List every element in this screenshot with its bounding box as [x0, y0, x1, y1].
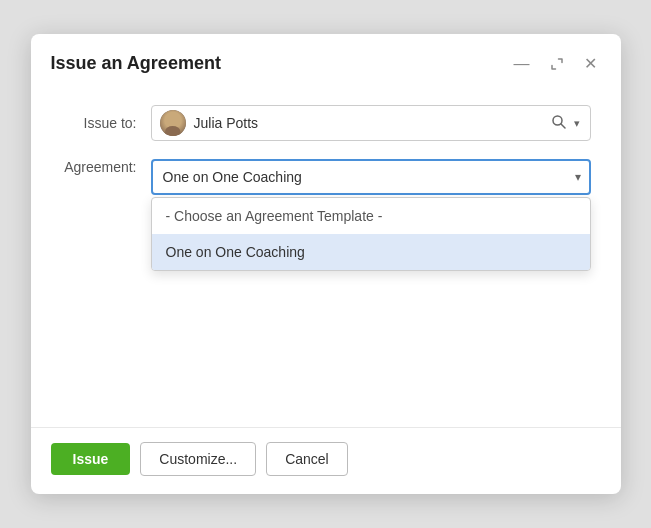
issue-to-dropdown-button[interactable]: ▾ — [572, 117, 582, 130]
search-button[interactable] — [549, 114, 568, 132]
dialog-footer: Issue Customize... Cancel — [31, 427, 621, 494]
expand-button[interactable] — [546, 55, 568, 73]
minimize-icon: — — [514, 55, 530, 73]
issue-button[interactable]: Issue — [51, 443, 131, 475]
minimize-button[interactable]: — — [510, 53, 534, 75]
caret-down-icon: ▾ — [574, 117, 580, 129]
dialog-title: Issue an Agreement — [51, 53, 221, 74]
avatar — [160, 110, 186, 136]
header-actions: — ✕ — [510, 52, 601, 75]
user-name: Julia Potts — [194, 115, 541, 131]
issue-to-field: Julia Potts ▾ — [151, 105, 591, 141]
agreement-select-wrapper: - Choose an Agreement Template - One on … — [151, 159, 591, 195]
issue-agreement-dialog: Issue an Agreement — ✕ Issue to: — [31, 34, 621, 494]
field-actions: ▾ — [549, 114, 582, 132]
dropdown-item-placeholder[interactable]: - Choose an Agreement Template - — [152, 198, 590, 234]
agreement-select[interactable]: - Choose an Agreement Template - One on … — [151, 159, 591, 195]
svg-line-1 — [561, 124, 565, 128]
issue-to-label: Issue to: — [61, 115, 151, 131]
agreement-dropdown-menu: - Choose an Agreement Template - One on … — [151, 197, 591, 271]
agreement-row: Agreement: - Choose an Agreement Templat… — [61, 159, 591, 195]
search-icon — [551, 114, 566, 129]
close-icon: ✕ — [584, 54, 597, 73]
customize-button[interactable]: Customize... — [140, 442, 256, 476]
dropdown-item-one-on-one[interactable]: One on One Coaching — [152, 234, 590, 270]
dialog-body: Issue to: Julia Potts ▾ — [31, 87, 621, 427]
cancel-button[interactable]: Cancel — [266, 442, 348, 476]
issue-to-row: Issue to: Julia Potts ▾ — [61, 105, 591, 141]
dialog-header: Issue an Agreement — ✕ — [31, 34, 621, 87]
expand-icon — [550, 57, 564, 71]
agreement-label: Agreement: — [61, 159, 151, 175]
close-button[interactable]: ✕ — [580, 52, 601, 75]
avatar-image — [160, 110, 186, 136]
dropdown-item-label: One on One Coaching — [166, 244, 305, 260]
